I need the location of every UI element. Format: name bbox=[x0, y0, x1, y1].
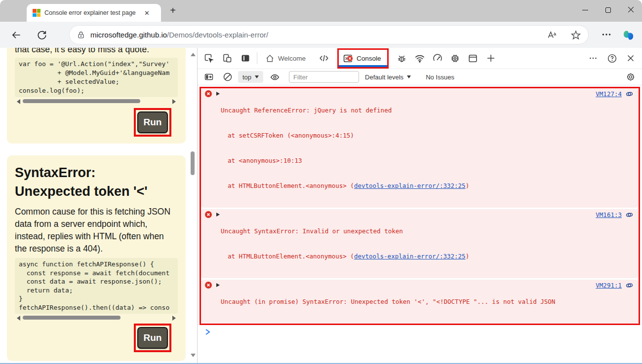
vm-source-link[interactable]: VM291:1 bbox=[596, 282, 622, 289]
console-prompt-chevron-icon bbox=[204, 328, 211, 335]
copilot-button[interactable] bbox=[622, 29, 635, 42]
console-tab-label[interactable]: Console bbox=[357, 55, 381, 62]
horizontal-scrollbar-1[interactable] bbox=[15, 98, 178, 104]
scroll-right-icon[interactable] bbox=[172, 316, 176, 321]
console-tab[interactable] bbox=[343, 53, 353, 64]
vm-source-link[interactable]: VM161:3 bbox=[596, 211, 622, 218]
settings-menu-button[interactable] bbox=[601, 29, 612, 40]
devtools-toolbar: Welcome Console bbox=[198, 48, 642, 69]
refresh-button[interactable] bbox=[37, 30, 47, 40]
gear-icon bbox=[626, 72, 636, 82]
tab-close-icon[interactable]: ✕ bbox=[144, 10, 150, 16]
code-icon bbox=[319, 53, 329, 64]
source-location-link[interactable]: devtools-explain-error/:332:25 bbox=[354, 253, 466, 260]
run-button-annotation-1: Run bbox=[134, 108, 171, 137]
scroll-up-icon[interactable] bbox=[191, 53, 196, 56]
back-button[interactable] bbox=[11, 30, 22, 40]
run-button-1[interactable]: Run bbox=[137, 111, 168, 133]
customize-devtools-button[interactable] bbox=[586, 51, 601, 66]
network-button[interactable] bbox=[412, 51, 427, 66]
webpage-pane: that case, it’s easy to miss a quote. va… bbox=[0, 48, 198, 364]
browser-window: Console error explainer test page ✕ + mi… bbox=[0, 0, 642, 364]
active-tab-underline bbox=[339, 65, 387, 67]
scrollbar-thumb[interactable] bbox=[23, 316, 120, 320]
memory-button[interactable] bbox=[448, 51, 463, 66]
application-button[interactable] bbox=[466, 51, 481, 66]
error-example-card-2: SyntaxError: Unexpected token '<' Common… bbox=[7, 155, 186, 361]
tab-sources[interactable] bbox=[317, 51, 331, 66]
context-selector-value: top bbox=[242, 73, 251, 81]
clear-console-button[interactable] bbox=[220, 70, 235, 84]
intro-text: that case, it’s easy to miss a quote. bbox=[15, 48, 178, 55]
performance-button[interactable] bbox=[430, 51, 445, 66]
scroll-left-icon[interactable] bbox=[17, 316, 20, 321]
vm-source-link[interactable]: VM127:4 bbox=[596, 90, 622, 98]
expand-triangle-icon[interactable] bbox=[216, 213, 220, 217]
plus-icon bbox=[486, 53, 496, 63]
horizontal-scrollbar-2[interactable] bbox=[15, 315, 178, 321]
close-devtools-button[interactable] bbox=[623, 51, 638, 66]
issues-counter[interactable]: No Issues bbox=[426, 73, 454, 81]
tab-title: Console error explainer test page bbox=[44, 9, 141, 16]
error-line: Uncaught SyntaxError: Invalid or unexpec… bbox=[221, 227, 469, 235]
tab-welcome[interactable]: Welcome bbox=[265, 54, 306, 63]
filter-input[interactable] bbox=[289, 71, 359, 83]
vertical-scrollbar[interactable] bbox=[189, 48, 197, 364]
run-button-2[interactable]: Run bbox=[137, 327, 168, 349]
eye-icon bbox=[270, 72, 280, 82]
chevron-down-icon bbox=[407, 75, 411, 78]
scroll-left-icon[interactable] bbox=[17, 99, 20, 104]
error-icon bbox=[205, 90, 212, 97]
stack-line: at setCSRFToken (<anonymous>:4:15) bbox=[221, 131, 469, 140]
bug-icon bbox=[397, 53, 407, 64]
console-tab-annotation: Console bbox=[337, 48, 389, 69]
error-text-block: Uncaught (in promise) SyntaxError: Unexp… bbox=[221, 281, 555, 323]
console-error-message-2[interactable]: Uncaught SyntaxError: Invalid or unexpec… bbox=[201, 209, 639, 278]
console-sidebar-toggle[interactable] bbox=[201, 70, 216, 84]
address-bar[interactable]: microsoftedge.github.io/Demos/devtools-e… bbox=[69, 25, 589, 44]
live-expression-button[interactable] bbox=[267, 70, 282, 84]
device-emulation-button[interactable] bbox=[220, 51, 235, 66]
console-error-message-3[interactable]: Uncaught (in promise) SyntaxError: Unexp… bbox=[201, 280, 639, 324]
log-levels-dropdown[interactable]: Default levels bbox=[365, 73, 411, 81]
scrollbar-thumb[interactable] bbox=[23, 99, 140, 103]
console-settings-button[interactable] bbox=[623, 70, 638, 84]
explanation-paragraph: Common cause for this is fetching JSON d… bbox=[15, 206, 178, 255]
debugger-button[interactable] bbox=[395, 51, 409, 66]
inspect-icon bbox=[204, 53, 214, 63]
ellipsis-icon bbox=[601, 29, 612, 40]
read-aloud-icon[interactable] bbox=[547, 30, 558, 40]
window-minimize-button[interactable] bbox=[574, 0, 597, 20]
url-host: microsoftedge.github.io bbox=[90, 31, 167, 39]
console-prompt[interactable] bbox=[204, 328, 642, 337]
close-icon bbox=[626, 53, 636, 63]
console-error-message-1[interactable]: Uncaught ReferenceError: jQuery is not d… bbox=[201, 88, 639, 208]
copilot-explain-icon[interactable] bbox=[625, 211, 634, 219]
help-button[interactable] bbox=[604, 51, 619, 66]
context-selector[interactable]: top bbox=[238, 71, 263, 83]
ellipsis-icon bbox=[588, 53, 598, 63]
activity-bar-layout-button[interactable] bbox=[238, 51, 253, 66]
new-tab-button[interactable]: + bbox=[168, 6, 177, 15]
window-close-button[interactable] bbox=[619, 0, 642, 20]
more-tools-button[interactable] bbox=[483, 51, 498, 66]
stack-line: at <anonymous>:10:13 bbox=[221, 156, 469, 165]
expand-triangle-icon[interactable] bbox=[216, 283, 220, 287]
copilot-explain-icon[interactable] bbox=[625, 281, 634, 290]
error-line: Uncaught ReferenceError: jQuery is not d… bbox=[221, 106, 469, 114]
browser-tab[interactable]: Console error explainer test page ✕ bbox=[27, 4, 161, 22]
chevron-down-icon bbox=[255, 75, 259, 78]
scroll-down-icon[interactable] bbox=[191, 354, 196, 357]
scrollbar-thumb[interactable] bbox=[191, 151, 195, 175]
code-block-1: var foo = '@Url.Action("index","Survey' … bbox=[15, 58, 178, 97]
copilot-explain-icon[interactable] bbox=[625, 90, 634, 98]
scroll-right-icon[interactable] bbox=[172, 99, 176, 104]
expand-triangle-icon[interactable] bbox=[216, 92, 220, 96]
window-maximize-button[interactable] bbox=[597, 0, 619, 20]
source-location-link[interactable]: devtools-explain-error/:332:25 bbox=[354, 182, 466, 189]
close-icon bbox=[628, 7, 634, 13]
error-count-badge bbox=[347, 55, 353, 62]
inspect-element-button[interactable] bbox=[201, 51, 216, 66]
welcome-tab-label: Welcome bbox=[278, 55, 306, 62]
favorites-star-icon[interactable] bbox=[570, 30, 581, 40]
